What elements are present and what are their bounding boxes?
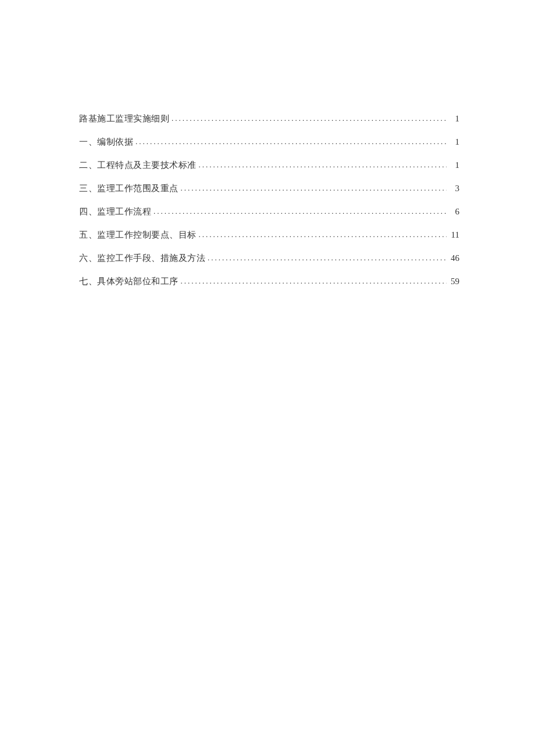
table-of-contents: 路基施工监理实施细则 .............................…: [79, 112, 459, 288]
toc-entry: 七、具体旁站部位和工序 ............................…: [79, 274, 459, 288]
toc-title: 七、具体旁站部位和工序: [79, 274, 179, 288]
toc-title: 路基施工监理实施细则: [79, 112, 169, 126]
toc-entry: 六、监控工作手段、措施及方法 .........................…: [79, 251, 459, 265]
toc-entry: 三、监理工作范围及重点 ............................…: [79, 181, 459, 195]
toc-leader-dots: ........................................…: [208, 252, 447, 264]
toc-leader-dots: ........................................…: [172, 113, 447, 125]
toc-page-number: 11: [449, 228, 459, 242]
toc-leader-dots: ........................................…: [135, 136, 447, 148]
toc-entry: 五、监理工作控制要点、目标 ..........................…: [79, 228, 459, 242]
toc-leader-dots: ........................................…: [199, 159, 447, 171]
toc-title: 五、监理工作控制要点、目标: [79, 228, 197, 242]
toc-entry: 路基施工监理实施细则 .............................…: [79, 112, 459, 126]
toc-title: 四、监理工作流程: [79, 205, 151, 218]
toc-title: 三、监理工作范围及重点: [79, 181, 179, 195]
document-page: 路基施工监理实施细则 .............................…: [0, 0, 535, 288]
toc-leader-dots: ........................................…: [181, 182, 447, 195]
toc-leader-dots: ........................................…: [154, 206, 447, 218]
toc-entry: 一、编制依据 .................................…: [79, 135, 459, 149]
toc-title: 六、监控工作手段、措施及方法: [79, 251, 205, 265]
toc-page-number: 59: [449, 274, 459, 288]
toc-page-number: 3: [449, 181, 459, 195]
toc-page-number: 1: [449, 112, 459, 126]
toc-page-number: 46: [449, 251, 459, 265]
toc-title: 二、工程特点及主要技术标准: [79, 158, 197, 172]
toc-page-number: 6: [449, 205, 459, 218]
toc-page-number: 1: [449, 158, 459, 172]
toc-entry: 四、监理工作流程 ...............................…: [79, 205, 459, 218]
toc-title: 一、编制依据: [79, 135, 133, 149]
toc-page-number: 1: [449, 135, 459, 149]
toc-leader-dots: ........................................…: [181, 275, 447, 288]
toc-entry: 二、工程特点及主要技术标准 ..........................…: [79, 158, 459, 172]
toc-leader-dots: ........................................…: [199, 229, 447, 241]
